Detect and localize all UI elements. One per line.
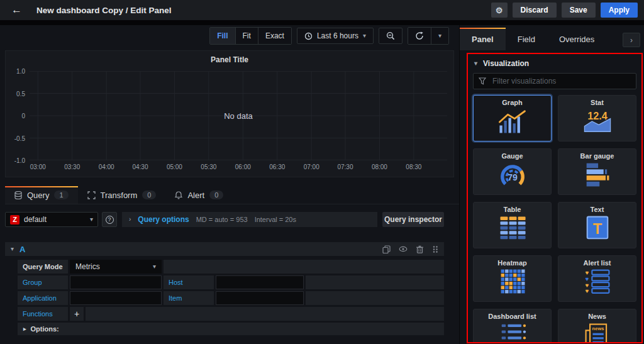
viz-label: Table bbox=[504, 206, 521, 213]
tab-alert-label: Alert bbox=[187, 191, 204, 200]
viz-option-text[interactable]: Text T bbox=[558, 202, 636, 248]
query-ref-id: A bbox=[19, 245, 25, 254]
duplicate-query-icon[interactable] bbox=[382, 245, 391, 253]
text-sample-glyph: T bbox=[592, 220, 602, 237]
viz-option-news[interactable]: News news bbox=[558, 309, 636, 343]
x-axis-tick: 05:00 bbox=[167, 164, 182, 170]
tab-query[interactable]: Query 1 bbox=[5, 186, 78, 204]
tab-alert[interactable]: Alert 0 bbox=[165, 186, 233, 204]
table-viz-icon bbox=[496, 215, 529, 241]
save-button[interactable]: Save bbox=[562, 3, 596, 18]
size-exact-button[interactable]: Exact bbox=[258, 28, 291, 44]
news-sample-text: news bbox=[592, 326, 604, 331]
datasource-select[interactable]: Z default ▾ bbox=[5, 212, 98, 227]
chevron-down-icon: ▾ bbox=[153, 264, 156, 270]
tab-query-label: Query bbox=[27, 191, 49, 200]
refresh-interval-button[interactable]: ▾ bbox=[431, 28, 448, 44]
size-fit-button[interactable]: Fit bbox=[236, 28, 258, 44]
tab-panel[interactable]: Panel bbox=[460, 28, 506, 50]
query-mode-label: Query Mode bbox=[18, 260, 68, 274]
topbar-actions: ⚙ Discard Save Apply bbox=[491, 3, 638, 18]
time-range-label: Last 6 hours bbox=[317, 31, 358, 40]
panel-settings-button[interactable]: ⚙ bbox=[491, 3, 508, 18]
tab-field[interactable]: Field bbox=[506, 28, 547, 50]
viz-option-dashboard-list[interactable]: Dashboard list bbox=[473, 309, 552, 343]
disable-query-eye-icon[interactable] bbox=[399, 245, 408, 253]
query-header[interactable]: ▾ A bbox=[5, 242, 444, 256]
edit-pane: Fill Fit Exact Last 6 hours ▾ ▾ Panel Ti… bbox=[0, 25, 459, 344]
visualization-section-title: Visualization bbox=[483, 59, 529, 68]
y-axis-tick: 0.5 bbox=[16, 90, 25, 97]
help-icon: ? bbox=[106, 216, 114, 224]
group-input[interactable] bbox=[70, 275, 162, 289]
row-filler bbox=[164, 260, 444, 274]
tab-overrides[interactable]: Overrides bbox=[547, 28, 606, 50]
time-range-picker[interactable]: Last 6 hours ▾ bbox=[297, 28, 374, 44]
group-host-row: Group Host bbox=[18, 275, 444, 289]
database-icon bbox=[14, 191, 22, 199]
options-arrow-icon: ▸ bbox=[23, 326, 26, 332]
discard-button[interactable]: Discard bbox=[513, 3, 557, 18]
query-mode-select[interactable]: Metrics ▾ bbox=[70, 260, 162, 274]
viz-label: Dashboard list bbox=[488, 313, 536, 320]
apply-button[interactable]: Apply bbox=[601, 3, 638, 18]
topbar-divider bbox=[0, 20, 644, 25]
row-filler bbox=[306, 275, 444, 289]
page-title: New dashboard Copy / Edit Panel bbox=[36, 6, 172, 15]
delete-query-trash-icon[interactable] bbox=[416, 245, 424, 253]
collapse-chevron-icon: ▾ bbox=[11, 246, 14, 252]
zoom-out-button[interactable] bbox=[379, 28, 402, 44]
item-input[interactable] bbox=[216, 291, 304, 305]
tab-transform[interactable]: Transform 0 bbox=[78, 186, 166, 204]
filter-visualizations-input[interactable] bbox=[491, 76, 631, 86]
graph-viz-icon bbox=[496, 108, 529, 135]
viz-label: Heatmap bbox=[497, 259, 526, 267]
visualization-section-header[interactable]: ▾ Visualization bbox=[472, 59, 638, 68]
viz-option-gauge[interactable]: Gauge 79 bbox=[473, 148, 552, 195]
news-viz-icon: news bbox=[581, 322, 614, 343]
host-label: Host bbox=[164, 275, 214, 289]
transform-icon bbox=[87, 191, 96, 199]
host-input[interactable] bbox=[216, 275, 304, 289]
heatmap-viz-icon bbox=[496, 269, 529, 295]
filter-funnel-icon bbox=[479, 77, 486, 85]
refresh-button[interactable] bbox=[408, 28, 431, 44]
interval-value: Interval = 20s bbox=[255, 216, 296, 223]
viz-option-heatmap[interactable]: Heatmap bbox=[473, 255, 552, 302]
viz-option-graph[interactable]: Graph bbox=[473, 95, 552, 141]
query-options-label: Query options bbox=[138, 215, 189, 224]
group-label: Group bbox=[18, 275, 68, 289]
query-mode-value: Metrics bbox=[75, 262, 100, 271]
query-options-strip[interactable]: › Query options MD = auto = 953 Interval… bbox=[122, 212, 377, 227]
drag-handle-icon[interactable] bbox=[432, 245, 438, 253]
panel-title[interactable]: Panel Title bbox=[6, 51, 453, 64]
refresh-group: ▾ bbox=[408, 27, 449, 45]
visualization-grid: Graph Stat 12.4 Gauge bbox=[472, 95, 638, 343]
x-axis-tick: 06:00 bbox=[235, 164, 251, 170]
preview-toolbar: Fill Fit Exact Last 6 hours ▾ ▾ bbox=[209, 28, 449, 44]
viz-option-table[interactable]: Table bbox=[473, 202, 552, 248]
collapse-sidebar-button[interactable]: › bbox=[623, 33, 640, 47]
functions-label: Functions bbox=[18, 307, 68, 321]
add-function-button[interactable]: + bbox=[70, 307, 84, 321]
viz-option-alert-list[interactable]: Alert list ♥ ♥ ♥ ♥ bbox=[558, 255, 636, 302]
x-axis-tick: 06:30 bbox=[269, 164, 285, 170]
options-sidebar: Panel Field Overrides › ▾ Visualization … bbox=[459, 25, 644, 344]
dashboard-list-viz-icon bbox=[496, 322, 529, 343]
functions-row: Functions + bbox=[18, 307, 444, 321]
back-arrow-icon[interactable]: ← bbox=[6, 4, 28, 16]
gear-icon: ⚙ bbox=[496, 6, 503, 15]
query-inspector-button[interactable]: Query inspector bbox=[382, 212, 444, 227]
application-input[interactable] bbox=[70, 291, 162, 305]
options-toggle-row[interactable]: ▸ Options: bbox=[18, 323, 444, 335]
x-axis-tick: 07:00 bbox=[304, 164, 319, 170]
viz-label: Alert list bbox=[583, 259, 611, 267]
sidebar-tabs: Panel Field Overrides › bbox=[460, 28, 644, 50]
max-data-points-value: MD = auto = 953 bbox=[196, 216, 248, 223]
datasource-help-button[interactable]: ? bbox=[102, 212, 117, 227]
viz-option-stat[interactable]: Stat 12.4 bbox=[558, 95, 636, 141]
filter-visualizations-box bbox=[473, 73, 636, 89]
size-fill-button[interactable]: Fill bbox=[210, 28, 235, 44]
bar-gauge-viz-icon bbox=[581, 162, 614, 188]
viz-option-bar-gauge[interactable]: Bar gauge bbox=[558, 148, 636, 195]
